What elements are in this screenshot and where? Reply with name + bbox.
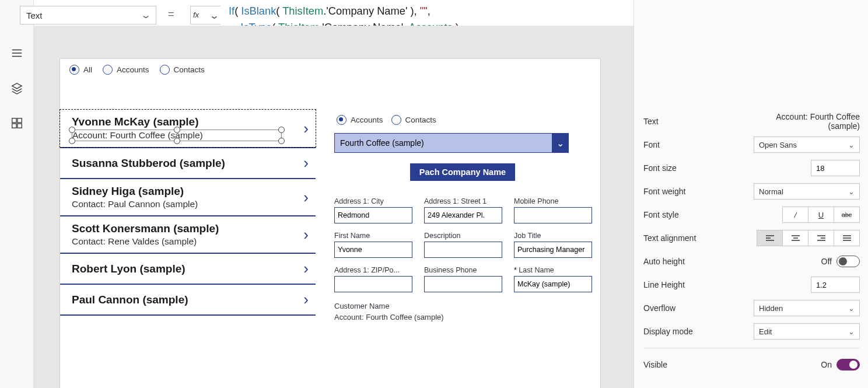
radio-contacts[interactable]: Contacts: [160, 65, 205, 75]
customer-name-value: Account: Fourth Coffee (sample): [334, 313, 591, 321]
field-label: Address 1: ZIP/Po...: [334, 266, 412, 274]
prop-font-label: Font: [643, 140, 754, 149]
property-dropdown[interactable]: Text ⌄: [20, 6, 156, 25]
chevron-down-icon: ⌄: [848, 304, 855, 313]
field-input[interactable]: [334, 276, 412, 292]
form-field: Description: [424, 232, 502, 258]
prop-text-label: Text: [643, 117, 754, 126]
overflow-select[interactable]: Hidden⌄: [754, 300, 860, 316]
svg-rect-3: [17, 124, 21, 128]
field-label: Mobile Phone: [514, 197, 592, 205]
auto-height-toggle[interactable]: Off: [821, 256, 860, 267]
form-radio-accounts[interactable]: Accounts: [337, 115, 383, 125]
form-field: Mobile Phone: [514, 197, 592, 223]
radio-accounts-label: Accounts: [117, 65, 149, 74]
gallery-item[interactable]: Yvonne McKay (sample)Account: Fourth Cof…: [60, 110, 316, 148]
properties-panel: Text Account: Fourth Coffee (sample) Fon…: [634, 0, 868, 388]
hamburger-icon[interactable]: [10, 47, 23, 62]
gallery-item-title: Susanna Stubberod (sample): [72, 157, 303, 170]
field-input[interactable]: [514, 207, 592, 223]
chevron-down-icon: ⌄: [848, 327, 855, 336]
field-input[interactable]: [424, 242, 502, 258]
radio-all[interactable]: All: [69, 65, 92, 75]
align-center-button[interactable]: [782, 230, 808, 246]
filter-radios: All Accounts Contacts: [60, 59, 600, 79]
form-radio-accounts-label: Accounts: [351, 116, 383, 124]
form-field: Address 1: City: [334, 197, 412, 223]
chevron-down-icon[interactable]: ⌄: [552, 134, 568, 152]
gallery-item-title: Sidney Higa (sample): [72, 185, 303, 198]
font-size-input[interactable]: [811, 160, 860, 176]
field-input[interactable]: [424, 276, 502, 292]
prop-text: Text Account: Fourth Coffee (sample): [643, 110, 860, 133]
gallery-item[interactable]: Susanna Stubberod (sample)›: [60, 148, 316, 179]
chevron-down-icon: ⌄: [140, 10, 152, 20]
chevron-right-icon: ›: [303, 260, 309, 278]
align-justify-button[interactable]: [834, 230, 860, 246]
field-input[interactable]: [334, 242, 412, 258]
auto-height-value: Off: [821, 257, 832, 266]
line-height-input[interactable]: [811, 277, 860, 293]
equals-label: =: [168, 8, 174, 20]
form-field: Job Title: [514, 232, 592, 258]
fx-button[interactable]: fx ⌄: [190, 6, 220, 25]
field-input[interactable]: [424, 207, 502, 223]
font-weight-select[interactable]: Normal⌄: [754, 183, 860, 200]
form-radio-contacts[interactable]: Contacts: [391, 115, 436, 125]
gallery-item[interactable]: Robert Lyon (sample)›: [60, 254, 316, 285]
canvas-host: All Accounts Contacts Yvonne McKay (samp…: [34, 26, 634, 388]
prop-fontstyle-label: Font style: [643, 210, 783, 219]
form-field: Business Phone: [424, 266, 502, 292]
visible-value: On: [821, 360, 832, 369]
prop-displaymode-label: Display mode: [643, 327, 754, 336]
field-label: Business Phone: [424, 266, 502, 274]
underline-button[interactable]: U: [808, 207, 834, 223]
display-mode-select[interactable]: Edit⌄: [754, 323, 860, 340]
patch-button[interactable]: Pach Company Name: [410, 163, 515, 181]
overflow-value: Hidden: [759, 304, 783, 313]
form-field: Last Name: [514, 266, 592, 292]
prop-autoheight-label: Auto height: [643, 257, 821, 266]
field-input[interactable]: [514, 242, 592, 258]
property-dropdown-value: Text: [26, 11, 43, 20]
chevron-down-icon: ⌄: [209, 10, 219, 21]
form-fields: Address 1: CityAddress 1: Street 1Mobile…: [334, 197, 591, 292]
radio-contacts-label: Contacts: [174, 65, 205, 74]
strike-button[interactable]: abc: [834, 207, 860, 223]
app-canvas[interactable]: All Accounts Contacts Yvonne McKay (samp…: [60, 58, 601, 388]
visible-toggle[interactable]: On: [821, 359, 860, 370]
gallery-item[interactable]: Sidney Higa (sample)Contact: Paul Cannon…: [60, 179, 316, 216]
field-label: Address 1: City: [334, 197, 412, 205]
prop-overflow-label: Overflow: [643, 303, 754, 313]
layers-icon[interactable]: [10, 82, 23, 97]
chevron-right-icon: ›: [303, 226, 309, 244]
chevron-right-icon: ›: [303, 120, 309, 138]
prop-align-label: Text alignment: [643, 233, 757, 243]
font-style-segment: / U abc: [783, 207, 860, 223]
gallery-item-title: Scott Konersmann (sample): [72, 222, 303, 235]
chevron-right-icon: ›: [303, 154, 309, 172]
gallery-item[interactable]: Scott Konersmann (sample)Contact: Rene V…: [60, 216, 316, 254]
align-left-button[interactable]: [757, 230, 783, 246]
chevron-right-icon: ›: [303, 291, 309, 309]
font-select[interactable]: Open Sans⌄: [754, 137, 860, 153]
radio-accounts[interactable]: Accounts: [103, 65, 149, 75]
field-label: Address 1: Street 1: [424, 197, 502, 205]
gallery-item-title: Paul Cannon (sample): [72, 293, 303, 306]
italic-button[interactable]: /: [782, 207, 808, 223]
components-icon[interactable]: [10, 117, 23, 132]
company-combo[interactable]: Fourth Coffee (sample) ⌄: [334, 133, 569, 153]
svg-rect-2: [12, 124, 16, 128]
customer-name-label: Customer Name: [334, 302, 591, 310]
align-segment: [757, 230, 860, 246]
gallery[interactable]: Yvonne McKay (sample)Account: Fourth Cof…: [60, 110, 316, 316]
field-input[interactable]: [514, 276, 592, 292]
chevron-down-icon: ⌄: [848, 141, 855, 149]
chevron-right-icon: ›: [303, 188, 309, 207]
align-right-button[interactable]: [808, 230, 834, 246]
gallery-item-subtitle: Account: Fourth Coffee (sample): [72, 130, 282, 141]
prop-visible-label: Visible: [643, 360, 821, 369]
field-input[interactable]: [334, 207, 412, 223]
form-field: Address 1: Street 1: [424, 197, 502, 223]
gallery-item[interactable]: Paul Cannon (sample)›: [60, 285, 316, 316]
